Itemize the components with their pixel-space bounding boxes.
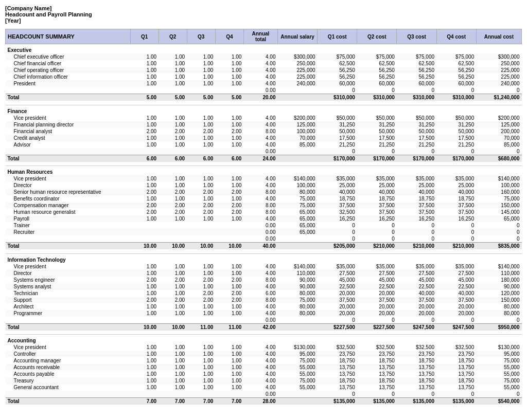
row-label: Advisor bbox=[6, 141, 131, 148]
row-annual-salary: 75,000 bbox=[278, 377, 318, 384]
row-q3: 1.00 bbox=[187, 67, 215, 74]
row-annual-total: 4.00 bbox=[243, 115, 277, 121]
total-q1-cost: $205,000 bbox=[318, 243, 357, 250]
row-q4: 2.00 bbox=[215, 128, 243, 135]
table-row: 0.00 0 0 0 0 0 bbox=[6, 235, 522, 243]
section-header-human-resources: Human Resources bbox=[6, 166, 522, 176]
row-q2-cost: 21,250 bbox=[357, 141, 397, 148]
row-q2: 1.00 bbox=[159, 290, 187, 297]
total-annual-cost: $680,000 bbox=[476, 155, 521, 162]
total-q2-cost: $210,000 bbox=[357, 243, 397, 250]
row-q3: 2.00 bbox=[187, 202, 215, 209]
row-q1 bbox=[130, 222, 159, 229]
col-header-q3: Q3 bbox=[187, 29, 215, 44]
total-label: Total bbox=[6, 243, 131, 250]
row-label bbox=[6, 87, 131, 94]
row-q4-cost: 56,250 bbox=[436, 67, 476, 74]
table-row: Support 2.00 2.00 2.00 2.00 8.00 75,000 … bbox=[6, 297, 522, 303]
row-annual-total: 4.00 bbox=[243, 283, 277, 290]
row-q1 bbox=[130, 229, 159, 235]
total-annual: 24.00 bbox=[243, 155, 277, 162]
row-label: Credit analyst bbox=[6, 135, 131, 141]
col-header-summary: HEADCOUNT SUMMARY bbox=[6, 29, 131, 44]
row-q2: 2.00 bbox=[159, 277, 187, 283]
row-q3 bbox=[187, 317, 215, 324]
row-q3: 1.00 bbox=[187, 74, 215, 80]
row-q4-cost: 13,750 bbox=[436, 384, 476, 391]
row-q3-cost: 0 bbox=[397, 229, 436, 235]
total-q3: 10.00 bbox=[187, 243, 215, 250]
row-q4: 1.00 bbox=[215, 175, 243, 182]
total-q1: 10.00 bbox=[130, 243, 159, 250]
row-q2-cost: 20,000 bbox=[357, 303, 397, 310]
row-annual-salary: 55,000 bbox=[278, 364, 318, 371]
row-annual-cost: 160,000 bbox=[476, 189, 521, 195]
row-annual-salary: 225,000 bbox=[278, 67, 318, 74]
table-row: Chief financial officer 1.00 1.00 1.00 1… bbox=[6, 60, 522, 67]
col-header-q2-cost: Q2 cost bbox=[357, 29, 397, 44]
total-q3-cost: $310,000 bbox=[397, 94, 436, 101]
row-annual-total: 0.00 bbox=[243, 317, 277, 324]
row-q4-cost: 37,500 bbox=[436, 297, 476, 303]
row-q4: 1.00 bbox=[215, 67, 243, 74]
row-annual-salary: 80,000 bbox=[278, 189, 318, 195]
row-q4-cost: 45,000 bbox=[436, 277, 476, 283]
row-q2-cost: $35,000 bbox=[357, 263, 397, 270]
report-title: Headcount and Payroll Planning bbox=[5, 11, 522, 17]
row-q1-cost: 0 bbox=[318, 87, 357, 94]
row-q1: 1.00 bbox=[130, 377, 159, 384]
row-q3: 1.00 bbox=[187, 377, 215, 384]
row-q4-cost: $32,500 bbox=[436, 344, 476, 351]
row-q2-cost: 56,250 bbox=[357, 67, 397, 74]
row-q3-cost: 37,500 bbox=[397, 202, 436, 209]
row-q2-cost: 20,000 bbox=[357, 310, 397, 317]
row-annual-total: 4.00 bbox=[243, 121, 277, 128]
row-q1-cost: 25,000 bbox=[318, 182, 357, 189]
row-label: Benefits coordinator bbox=[6, 195, 131, 202]
row-q3-cost: $75,000 bbox=[397, 53, 436, 60]
row-q2: 2.00 bbox=[159, 202, 187, 209]
row-annual-cost: 225,000 bbox=[476, 67, 521, 74]
row-annual-total: 4.00 bbox=[243, 357, 277, 364]
row-annual-salary: 250,000 bbox=[278, 60, 318, 67]
row-q2 bbox=[159, 391, 187, 398]
row-q3-cost: 0 bbox=[397, 87, 436, 94]
total-q2-cost: $135,000 bbox=[357, 398, 397, 405]
row-q4-cost: 0 bbox=[436, 222, 476, 229]
row-annual-cost: 0 bbox=[476, 87, 521, 94]
row-q2-cost: $32,500 bbox=[357, 344, 397, 351]
row-annual-cost: 0 bbox=[476, 235, 521, 243]
row-q3: 1.00 bbox=[187, 80, 215, 87]
row-q2: 1.00 bbox=[159, 303, 187, 310]
total-q4: 5.00 bbox=[215, 94, 243, 101]
row-q4-cost: 22,500 bbox=[436, 283, 476, 290]
row-q4: 1.00 bbox=[215, 283, 243, 290]
total-label: Total bbox=[6, 94, 131, 101]
row-annual-salary: 240,000 bbox=[278, 80, 318, 87]
row-q1 bbox=[130, 235, 159, 243]
table-row: Director 1.00 1.00 1.00 1.00 4.00 110,00… bbox=[6, 270, 522, 277]
row-q4-cost: 0 bbox=[436, 317, 476, 324]
row-q4 bbox=[215, 222, 243, 229]
row-q4-cost: 0 bbox=[436, 391, 476, 398]
total-label: Total bbox=[6, 155, 131, 162]
table-row: Financial planning director 1.00 1.00 1.… bbox=[6, 121, 522, 128]
row-annual-salary: 90,000 bbox=[278, 283, 318, 290]
row-q4: 1.00 bbox=[215, 135, 243, 141]
row-annual-cost: 150,000 bbox=[476, 202, 521, 209]
row-q3: 2.00 bbox=[187, 189, 215, 195]
row-q2: 1.00 bbox=[159, 283, 187, 290]
total-q4: 11.00 bbox=[215, 323, 243, 331]
row-q3-cost: $35,000 bbox=[397, 175, 436, 182]
row-annual-cost: 250,000 bbox=[476, 60, 521, 67]
total-q2: 10.00 bbox=[159, 243, 187, 250]
row-q4-cost: 23,750 bbox=[436, 351, 476, 357]
row-q4-cost: 17,500 bbox=[436, 135, 476, 141]
table-row: Payroll 1.00 1.00 1.00 1.00 4.00 65,000 … bbox=[6, 215, 522, 222]
company-name: [Company Name] bbox=[5, 5, 522, 11]
row-annual-total: 0.00 bbox=[243, 87, 277, 94]
row-q4: 1.00 bbox=[215, 74, 243, 80]
row-label: Recruiter bbox=[6, 229, 131, 235]
row-q3-cost: 60,000 bbox=[397, 80, 436, 87]
row-q1: 1.00 bbox=[130, 263, 159, 270]
